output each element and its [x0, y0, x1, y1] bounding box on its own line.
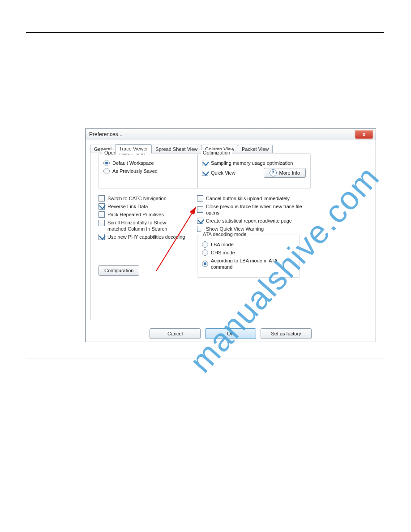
check-label: Close previous trace file when new trace…: [206, 203, 308, 216]
check-pack-repeated-primitives[interactable]: Pack Repeated Primitives: [98, 211, 188, 218]
check-show-quick-view-warning[interactable]: Show Quick View Warning: [197, 226, 308, 232]
checkbox-icon: [197, 206, 203, 213]
check-label: Quick View: [211, 170, 235, 176]
radio-chs-mode[interactable]: CHS mode: [202, 249, 295, 256]
dialog-title: Preferences...: [89, 131, 123, 137]
check-label: Use new PHY capabilities decoding: [107, 234, 185, 240]
checkbox-icon: [202, 160, 208, 166]
more-info-button[interactable]: ? More Info: [264, 168, 306, 178]
button-label: Set as factory: [271, 331, 301, 336]
checkbox-icon: [98, 211, 105, 218]
check-use-new-phy[interactable]: Use new PHY capabilities decoding: [98, 234, 188, 240]
radio-according-lba[interactable]: According to LBA mode in ATA command: [202, 257, 295, 270]
group-optimization: Optimization Sampling memory usage optim…: [197, 153, 311, 189]
check-scroll-horizontally[interactable]: Scroll Horizontally to Show matched Colu…: [98, 219, 188, 232]
configuration-button[interactable]: Configuration: [98, 265, 139, 276]
configuration-button-wrap: Configuration: [98, 265, 139, 276]
tab-spread-sheet-view[interactable]: Spread Sheet View: [151, 145, 201, 153]
check-label: Reverse Link Data: [107, 203, 148, 210]
checkbox-icon: [98, 195, 105, 202]
check-sampling-memory[interactable]: Sampling memory usage optimization: [202, 160, 306, 166]
check-label: Scroll Horizontally to Show matched Colu…: [107, 219, 184, 232]
tab-packet-view[interactable]: Packet View: [238, 145, 273, 153]
check-quick-view[interactable]: Quick View ? More Info: [202, 168, 306, 178]
check-label: Show Quick View Warning: [206, 226, 264, 232]
radio-icon: [202, 249, 208, 256]
tab-label: Spread Sheet View: [155, 146, 197, 152]
check-cancel-kills-upload[interactable]: Cancel button kills upload immediately: [197, 195, 308, 202]
button-label: More Info: [279, 170, 300, 176]
checkbox-icon: [98, 203, 105, 210]
radio-label: CHS mode: [211, 249, 235, 256]
checkbox-icon: [202, 170, 208, 176]
page-rule-top: [26, 32, 384, 33]
check-label: Create statistical report read/write pag…: [206, 218, 292, 224]
group-ata-decoding: ATA decoding mode LBA mode CHS mode Acco…: [197, 235, 300, 278]
tab-trace-viewer[interactable]: Trace Viewer: [115, 144, 152, 154]
tab-label: Packet View: [242, 146, 269, 152]
radio-label: Default Workspace: [112, 160, 154, 166]
dialog-footer: Cancel OK Set as factory: [86, 328, 376, 339]
help-icon: ?: [270, 169, 277, 176]
ok-button[interactable]: OK: [205, 328, 256, 339]
button-label: OK: [227, 331, 234, 336]
button-label: Configuration: [104, 268, 133, 273]
set-as-factory-button[interactable]: Set as factory: [261, 328, 312, 339]
left-check-group: Switch to CATC Navigation Reverse Link D…: [98, 193, 188, 242]
check-label: Pack Repeated Primitives: [107, 211, 164, 218]
check-close-previous-trace[interactable]: Close previous trace file when new trace…: [197, 203, 308, 216]
check-reverse-link-data[interactable]: Reverse Link Data: [98, 203, 188, 210]
group-open-trace: Open Trace File In Default Workspace As …: [98, 153, 198, 189]
group-legend: ATA decoding mode: [201, 232, 248, 237]
right-check-group: Cancel button kills upload immediately C…: [197, 193, 308, 278]
radio-lba-mode[interactable]: LBA mode: [202, 241, 295, 248]
check-label: Cancel button kills upload immediately: [206, 195, 290, 202]
titlebar: Preferences... x: [86, 129, 376, 140]
radio-icon: [202, 261, 208, 267]
radio-icon: [103, 168, 110, 174]
page-rule-bottom: [26, 359, 384, 359]
button-label: Cancel: [167, 331, 183, 336]
checkbox-icon: [197, 226, 203, 232]
tab-panel-trace-viewer: Open Trace File In Default Workspace As …: [90, 153, 371, 320]
checkbox-icon: [197, 218, 203, 224]
dialog-client-area: General Trace Viewer Spread Sheet View C…: [86, 140, 376, 342]
group-legend: Optimization: [201, 150, 232, 155]
radio-icon: [103, 160, 110, 166]
check-create-statistical-report[interactable]: Create statistical report read/write pag…: [197, 218, 308, 224]
check-label: Switch to CATC Navigation: [107, 195, 167, 202]
radio-icon: [202, 241, 208, 248]
checkbox-icon: [197, 195, 203, 202]
checkbox-icon: [98, 220, 105, 226]
radio-default-workspace[interactable]: Default Workspace: [103, 160, 193, 166]
cancel-button[interactable]: Cancel: [150, 328, 201, 339]
radio-label: According to LBA mode in ATA command: [211, 257, 295, 270]
close-button[interactable]: x: [355, 130, 373, 139]
check-switch-catc[interactable]: Switch to CATC Navigation: [98, 195, 188, 202]
preferences-dialog: Preferences... x General Trace Viewer Sp…: [85, 129, 376, 342]
radio-as-previously-saved[interactable]: As Previously Saved: [103, 168, 193, 174]
tab-label: Trace Viewer: [119, 146, 148, 151]
check-label: Sampling memory usage optimization: [211, 160, 293, 166]
radio-label: As Previously Saved: [112, 168, 158, 174]
close-icon: x: [363, 131, 366, 137]
radio-label: LBA mode: [211, 241, 234, 248]
checkbox-icon: [98, 234, 105, 240]
